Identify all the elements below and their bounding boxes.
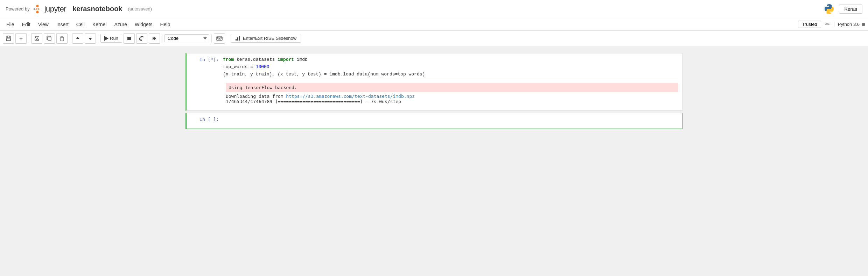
arrow-down-icon	[88, 36, 93, 41]
menu-widgets[interactable]: Widgets	[131, 20, 156, 29]
paste-icon	[59, 36, 65, 41]
svg-rect-6	[7, 36, 9, 38]
notebook-container: In [*]: from keras.datasets import imdb …	[178, 53, 690, 129]
rise-slideshow-button[interactable]: Enter/Exit RISE Slideshow	[231, 34, 301, 43]
restart-icon	[139, 36, 145, 41]
separator-1	[29, 34, 29, 43]
cell-1-content: from keras.datasets import imdb top_word…	[222, 53, 682, 110]
kernel-name-label: Python 3.6	[838, 22, 860, 27]
toolbar: + Run	[0, 31, 868, 46]
menu-help[interactable]: Help	[157, 20, 174, 29]
run-label: Run	[110, 36, 118, 41]
restart-run-icon	[152, 36, 157, 41]
cell-type-select[interactable]: Code Markdown Raw NBConvert Heading	[164, 34, 209, 42]
edit-pencil-button[interactable]: ✏	[824, 21, 831, 28]
svg-rect-17	[127, 37, 131, 40]
cell-2-content	[222, 113, 682, 129]
svg-rect-28	[221, 38, 222, 39]
svg-rect-7	[7, 39, 10, 41]
progress-text: 17465344/17464789 [=====================…	[226, 99, 401, 104]
header-right: Keras	[824, 3, 862, 15]
svg-rect-25	[221, 37, 222, 38]
separator-4	[162, 34, 162, 43]
svg-marker-16	[104, 36, 108, 41]
arrow-up-icon	[75, 36, 80, 41]
svg-marker-20	[154, 37, 156, 40]
svg-rect-26	[217, 38, 218, 39]
menu-edit[interactable]: Edit	[19, 20, 34, 29]
cut-icon	[34, 36, 40, 41]
svg-rect-32	[239, 36, 240, 41]
copy-button[interactable]	[44, 33, 55, 44]
plus-icon: +	[19, 35, 23, 42]
main-content: In [*]: from keras.datasets import imdb …	[0, 46, 868, 276]
svg-point-8	[35, 39, 37, 41]
cut-button[interactable]	[31, 33, 42, 44]
menu-cell[interactable]: Cell	[73, 20, 88, 29]
paste-button[interactable]	[56, 33, 68, 44]
stop-button[interactable]	[124, 33, 135, 44]
cell-1[interactable]: In [*]: from keras.datasets import imdb …	[186, 53, 682, 111]
svg-point-2	[33, 8, 35, 10]
run-icon	[104, 36, 108, 41]
svg-rect-24	[220, 37, 220, 38]
output-stdout: Downloading data from https://s3.amazona…	[226, 92, 678, 106]
kernel-info: Python 3.6	[834, 22, 865, 27]
copy-icon	[47, 36, 52, 41]
menu-bar: File Edit View Insert Cell Kernel Azure …	[0, 18, 868, 31]
keyboard-icon	[216, 36, 223, 41]
trusted-button[interactable]: Trusted	[798, 21, 821, 28]
cell-2[interactable]: In [ ]:	[186, 113, 682, 129]
cell-1-code[interactable]: from keras.datasets import imdb top_word…	[223, 56, 681, 78]
separator-3	[98, 34, 98, 43]
svg-rect-23	[218, 37, 219, 38]
keras-button[interactable]: Keras	[839, 5, 862, 14]
menu-file[interactable]: File	[3, 20, 18, 29]
stop-icon	[127, 36, 131, 41]
download-text: Downloading data from	[226, 94, 286, 99]
separator-2	[70, 34, 70, 43]
svg-rect-31	[237, 37, 238, 41]
move-up-button[interactable]	[72, 33, 83, 44]
menu-kernel[interactable]: Kernel	[89, 20, 110, 29]
jupyter-logo: jupyter	[33, 4, 66, 14]
restart-button[interactable]	[136, 33, 147, 44]
svg-marker-19	[153, 37, 154, 40]
autosaved-label: (autosaved)	[128, 6, 152, 12]
output-stderr: Using TensorFlow backend.	[226, 83, 678, 92]
restart-run-button[interactable]	[149, 33, 160, 44]
move-down-button[interactable]	[85, 33, 96, 44]
svg-point-3	[828, 5, 829, 6]
cell-2-prompt: In [ ]:	[187, 113, 222, 129]
python-icon	[824, 3, 835, 15]
save-icon	[6, 36, 11, 41]
top-header: Powered by jupyter kerasnotebook (autosa…	[0, 0, 868, 18]
menu-right: Trusted ✏ Python 3.6	[798, 21, 865, 28]
svg-point-1	[36, 11, 38, 13]
svg-point-9	[37, 39, 39, 41]
rise-label: Enter/Exit RISE Slideshow	[243, 36, 296, 41]
powered-by-text: Powered by	[6, 6, 30, 12]
notebook-title[interactable]: kerasnotebook	[72, 5, 122, 13]
menu-view[interactable]: View	[35, 20, 52, 29]
cell-1-prompt: In [*]:	[187, 53, 222, 110]
menu-azure[interactable]: Azure	[111, 20, 131, 29]
keyboard-shortcut-button[interactable]	[214, 33, 225, 44]
svg-line-10	[35, 36, 36, 39]
menu-items: File Edit View Insert Cell Kernel Azure …	[3, 20, 174, 29]
jupyter-icon	[33, 4, 42, 14]
cell-2-input[interactable]	[223, 116, 681, 126]
separator-5	[211, 34, 212, 43]
header-left: Powered by jupyter kerasnotebook (autosa…	[6, 4, 152, 14]
svg-point-0	[36, 5, 38, 7]
download-link[interactable]: https://s3.amazonaws.com/text-datasets/i…	[286, 94, 415, 99]
svg-rect-30	[236, 39, 237, 41]
menu-insert[interactable]: Insert	[53, 20, 72, 29]
save-button[interactable]	[3, 33, 14, 44]
svg-rect-14	[60, 37, 64, 41]
svg-rect-5	[6, 36, 10, 41]
svg-rect-13	[48, 37, 51, 41]
add-cell-button[interactable]: +	[15, 33, 27, 44]
kernel-status-dot	[862, 23, 865, 26]
run-button[interactable]: Run	[100, 34, 122, 43]
